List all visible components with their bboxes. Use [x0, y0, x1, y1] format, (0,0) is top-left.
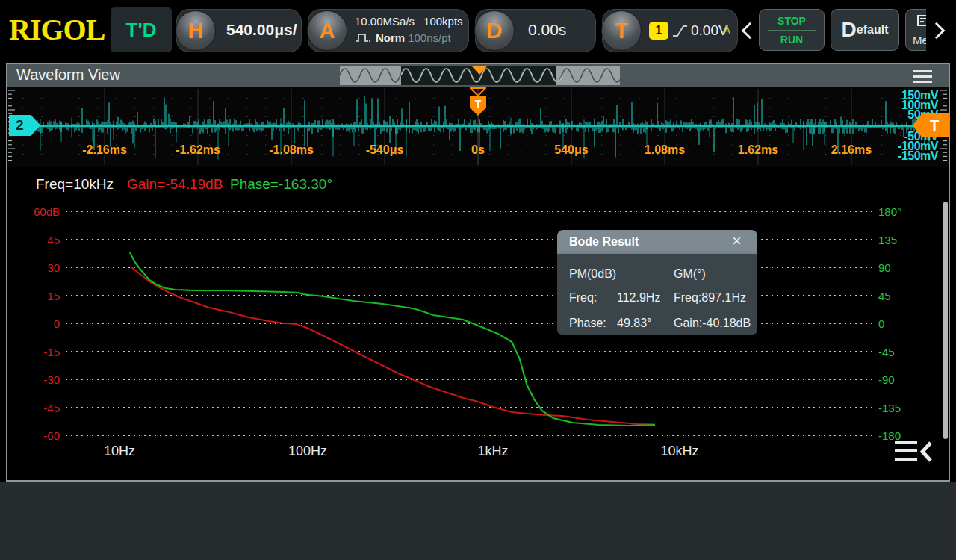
gm-gain-value: Gain:-40.18dB	[674, 317, 751, 330]
trigger-source-badge[interactable]: 1	[649, 22, 668, 40]
pulse-waveform-icon	[355, 31, 373, 44]
default-rest: efault	[857, 23, 889, 37]
delay-icon[interactable]: D	[474, 10, 515, 51]
freq-tick-label: 1kHz	[459, 444, 527, 459]
bode-gridline	[66, 351, 872, 352]
trigger-icon[interactable]: T	[601, 10, 642, 51]
window-title: Waveform View	[16, 66, 120, 84]
sample-rate: 10.00MSa/s	[355, 15, 415, 28]
trigger-sweep-mode: A	[722, 23, 730, 38]
gain-tick-label: 30	[27, 261, 60, 274]
gain-tick-label: 60dB	[27, 205, 60, 218]
default-button[interactable]: Default	[831, 9, 899, 51]
memory-depth: 100kpts	[423, 15, 463, 28]
oscilloscope-screen: RIGOL T'D H 540.00μs/ A 10.00MSa/s 100kp…	[0, 0, 956, 560]
bode-readout-freq: Freq=10kHz	[36, 176, 114, 193]
waveform-view-header[interactable]: Waveform View	[7, 64, 949, 87]
gain-tick-label: 15	[27, 290, 60, 302]
vertical-scrollbar[interactable]	[943, 202, 948, 439]
popup-body: PM(0dB) GM(°) Freq: 112.9Hz Freq:897.1Hz…	[557, 254, 757, 335]
gain-tick-label: -60	[27, 429, 60, 442]
pm-phase-label: Phase:	[569, 317, 606, 330]
horizontal-icon[interactable]: H	[176, 10, 216, 51]
trigger-delay-value: 0.00s	[528, 21, 566, 39]
bode-readout-phase: Phase=-163.30°	[230, 176, 332, 193]
timebase-scale: 540.00μs/	[226, 21, 297, 39]
bode-result-popup[interactable]: Bode Result × PM(0dB) GM(°) Freq: 112.9H…	[557, 230, 757, 335]
pm-freq-label: Freq:	[569, 291, 597, 305]
bode-gridline	[66, 379, 872, 380]
time-label: -1.62ms	[164, 143, 232, 157]
bode-gridline	[66, 407, 872, 408]
acquire-icon[interactable]: A	[307, 10, 347, 51]
time-label: 0s	[444, 143, 512, 157]
gain-tick-label: -30	[27, 373, 60, 386]
popup-title: Bode Result	[569, 235, 639, 249]
phase-tick-label: -135	[878, 402, 916, 414]
phase-tick-label: 90	[878, 261, 916, 274]
trigger-status-badge: T'D	[111, 7, 172, 52]
window-menu-icon[interactable]	[913, 70, 932, 86]
time-label: -540μs	[351, 143, 418, 157]
time-label: 2.16ms	[818, 143, 885, 157]
sample-resolution: 100ns/pt	[408, 31, 451, 44]
gain-tick-label: 45	[27, 234, 60, 246]
bode-gridline	[66, 211, 872, 212]
horizontal-settings-group[interactable]: H 540.00μs/	[176, 9, 302, 52]
phase-tick-label: -45	[878, 346, 916, 358]
timebase-overview-bar[interactable]	[340, 66, 620, 85]
phase-tick-label: 45	[878, 290, 916, 302]
top-status-bar: RIGOL T'D H 540.00μs/ A 10.00MSa/s 100kp…	[0, 0, 956, 60]
freq-tick-label: 10Hz	[86, 444, 153, 459]
time-label: 1.08ms	[631, 143, 698, 157]
stop-label: STOP	[760, 15, 824, 27]
bode-gridline	[66, 435, 872, 436]
time-label: 540μs	[538, 143, 605, 157]
freq-tick-label: 10kHz	[646, 444, 713, 459]
bottom-status-bar: R 150.00mV/0.00V∼250.00mV/0.00V∼350.00mV…	[0, 482, 956, 560]
bode-readout-gain: Gain=-54.19dB	[127, 176, 223, 193]
rigol-logo: RIGOL	[9, 12, 105, 47]
phase-tick-label: -90	[878, 373, 916, 386]
run-label: RUN	[760, 34, 824, 46]
trigger-position-outline-icon[interactable]	[470, 87, 486, 96]
collapse-menu-icon[interactable]	[895, 439, 935, 464]
rising-edge-icon	[671, 21, 688, 40]
pm-phase-value: 49.83°	[617, 317, 651, 330]
gain-tick-label: -15	[27, 346, 60, 358]
acquire-settings-group[interactable]: A 10.00MSa/s 100kpts Norm 100ns/pt	[308, 9, 469, 52]
gm-header: GM(°)	[674, 267, 706, 281]
gm-freq-value: Freq:897.1Hz	[674, 291, 746, 305]
pm-header: PM(0dB)	[569, 267, 616, 281]
pm-freq-value: 112.9Hz	[617, 291, 660, 305]
phase-tick-label: 135	[878, 234, 916, 246]
freq-tick-label: 100Hz	[274, 444, 341, 459]
phase-tick-label: 0	[878, 317, 916, 330]
close-icon[interactable]: ×	[732, 231, 742, 251]
default-initial: D	[842, 18, 857, 42]
stop-run-button[interactable]: STOP RUN	[759, 9, 825, 51]
delay-settings-group[interactable]: D 0.00s	[475, 9, 596, 52]
gain-tick-label: 0	[27, 317, 60, 330]
time-label: 1.62ms	[724, 143, 792, 157]
phase-tick-label: 180°	[878, 205, 916, 218]
time-label: -2.16ms	[71, 143, 138, 157]
gain-tick-label: -45	[27, 402, 60, 414]
popup-header[interactable]: Bode Result ×	[557, 230, 757, 254]
volt-label: -150mV	[886, 151, 938, 161]
stop-run-divider	[768, 30, 816, 31]
toolbar-prev-icon[interactable]	[742, 22, 759, 40]
trigger-settings-group[interactable]: T 1 0.00V A	[602, 9, 738, 52]
acquire-mode: Norm	[376, 31, 405, 44]
time-label: -1.08ms	[258, 143, 325, 157]
